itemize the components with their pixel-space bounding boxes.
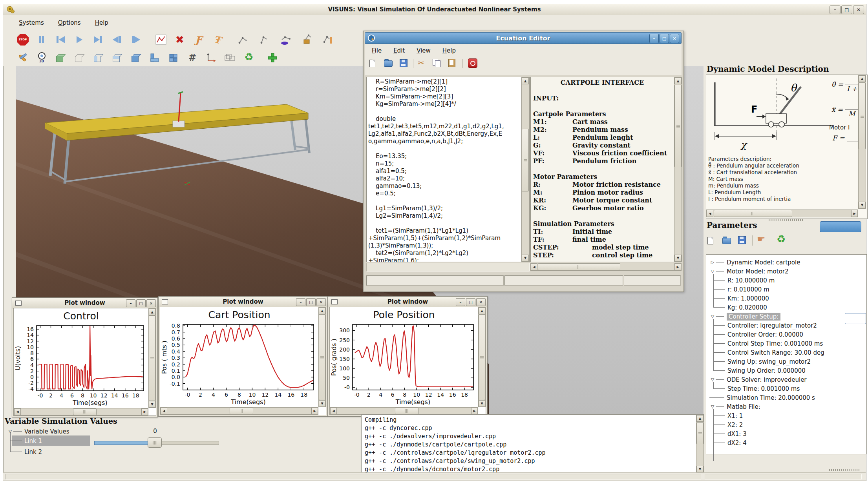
params-open-button[interactable]	[722, 236, 731, 244]
tree-item-variable-values[interactable]: ▽Variable Values	[7, 427, 69, 436]
function-t-button[interactable]: Ŧ	[210, 32, 225, 47]
tree-item[interactable]: dX2: 4	[713, 438, 747, 447]
maximize-button[interactable]: □	[466, 298, 475, 306]
add-icon[interactable]	[265, 51, 280, 64]
scrollbar-thumb[interactable]	[230, 408, 253, 414]
quit-editor-button[interactable]	[468, 58, 477, 68]
wire-assembly-icon[interactable]	[223, 51, 237, 64]
tree-item[interactable]: dX1: 3	[713, 429, 747, 438]
close-button[interactable]: ✕	[146, 299, 156, 307]
scroll-down-button[interactable]: ▼	[319, 400, 325, 407]
l-blocks-icon[interactable]	[148, 51, 162, 64]
minimize-button[interactable]: –	[126, 299, 135, 307]
scroll-down-button[interactable]: ▼	[674, 255, 682, 261]
scrollbar-thumb[interactable]	[395, 408, 418, 414]
tree-item-simulation-time[interactable]: Simulation Time: 20.000000 s	[709, 393, 815, 402]
window-menu-icon[interactable]	[331, 299, 338, 304]
close-button[interactable]: ✕	[476, 298, 486, 306]
tree-item-dynamic-model[interactable]: ▷Dynamic Model: cartpole	[709, 258, 800, 267]
menu-options[interactable]: Options	[58, 19, 81, 26]
scrollbar-thumb[interactable]	[696, 422, 704, 444]
scroll-right-button[interactable]: ▶	[851, 210, 858, 217]
scroll-down-button[interactable]: ▼	[479, 400, 485, 407]
function-f-button[interactable]: Ƒ	[192, 33, 206, 46]
pendulum-model-5-button[interactable]	[321, 33, 335, 46]
menu-help[interactable]: Help	[95, 19, 108, 26]
tree-item-ode-solver[interactable]: ▽ODE Solver: improvedeuler	[709, 375, 807, 384]
open-box-icon-2[interactable]	[110, 51, 124, 64]
tree-item[interactable]: X1: 1	[713, 411, 743, 420]
wire-box-icon[interactable]	[72, 51, 86, 64]
scroll-up-button[interactable]: ▲	[479, 308, 485, 314]
close-button[interactable]: ✕	[853, 5, 864, 14]
doc-horizontal-scrollbar[interactable]: ◀ ▶	[530, 263, 682, 271]
slider-handle[interactable]	[148, 437, 162, 448]
model-description-content[interactable]: θ F χ θ̈ = I + ẍ = M Motor I F = Paramet…	[706, 75, 858, 209]
scrollbar-thumb[interactable]	[522, 129, 529, 191]
open-box-icon-1[interactable]	[91, 51, 105, 64]
model-horizontal-scrollbar[interactable]: ◀ ▶	[706, 210, 858, 217]
scroll-up-button[interactable]: ▲	[149, 309, 155, 315]
scroll-right-button[interactable]: ▶	[674, 263, 681, 270]
editor-maximize-button[interactable]: □	[660, 34, 669, 43]
paste-button[interactable]	[448, 59, 455, 67]
scrollbar-thumb[interactable]	[319, 314, 325, 400]
tree-value-input[interactable]	[845, 313, 866, 324]
params-hand-button[interactable]: ☛	[757, 234, 766, 245]
tree-item[interactable]: R: 10.000000 m	[713, 276, 775, 285]
tree-item[interactable]: Control Step Time: 0.001000 ms	[713, 339, 823, 348]
tools-icon[interactable]	[16, 51, 30, 64]
open-file-button[interactable]	[384, 59, 393, 67]
editor-menu-file[interactable]: File	[372, 47, 382, 54]
scroll-down-button[interactable]: ▼	[696, 466, 704, 472]
tree-item[interactable]: Control Switch Range: 30.00 deg	[713, 348, 824, 357]
pendulum-model-2-button[interactable]	[258, 33, 272, 46]
scroll-left-button[interactable]: ◀	[14, 408, 21, 415]
refresh-gears-icon[interactable]: ♻	[242, 50, 256, 64]
pause-button[interactable]	[35, 33, 49, 46]
pendulum-model-1-button[interactable]	[236, 33, 250, 46]
plot-horizontal-scrollbar[interactable]: ◀ ▶	[330, 407, 478, 415]
plot-vertical-scrollbar[interactable]: ▲ ▼	[478, 307, 486, 407]
scroll-up-button[interactable]: ▲	[859, 75, 866, 82]
tree-item[interactable]: Swing Up Order: 0.000000	[713, 366, 806, 375]
maximize-button[interactable]: □	[841, 5, 852, 14]
scrollbar-thumb[interactable]	[714, 210, 792, 217]
grid-icon[interactable]: #	[185, 51, 199, 64]
console-vertical-scrollbar[interactable]: ▲ ▼	[696, 415, 704, 473]
solid-box-icon[interactable]	[53, 51, 68, 64]
code-horizontal-scrollbar[interactable]	[366, 263, 530, 271]
window-menu-icon[interactable]	[162, 299, 168, 304]
cut-button[interactable]: ✂	[418, 58, 424, 67]
close-button[interactable]: ✕	[316, 298, 326, 306]
scroll-right-button[interactable]: ▶	[311, 408, 318, 414]
new-file-button[interactable]	[369, 60, 375, 67]
tree-item[interactable]: Controller Order: 0.00000	[713, 330, 803, 339]
plot-vertical-scrollbar[interactable]: ▲ ▼	[318, 307, 326, 407]
window-menu-icon[interactable]	[15, 301, 22, 306]
code-editor-pane[interactable]: R=SimParam->me[2][1] r=SimParam->me[2][2…	[366, 77, 530, 262]
step-forward-button[interactable]	[129, 33, 143, 46]
scroll-down-button[interactable]: ▼	[522, 255, 529, 261]
tree-item[interactable]: Kg: 0.020000	[713, 303, 767, 312]
editor-menu-help[interactable]: Help	[442, 47, 456, 54]
minimize-button[interactable]: –	[296, 298, 305, 306]
tree-item[interactable]: Controller: lqregulator_motor2	[713, 321, 817, 330]
stop-button[interactable]: STOP	[16, 33, 30, 46]
scroll-left-button[interactable]: ◀	[707, 210, 713, 217]
model-vertical-scrollbar[interactable]: ▲ ▼	[858, 75, 866, 209]
params-save-button[interactable]	[738, 236, 746, 244]
equation-editor-titlebar[interactable]: Ecuation Editor	[365, 32, 682, 44]
editor-menu-edit[interactable]: Edit	[393, 47, 405, 54]
scrollbar-thumb[interactable]	[479, 314, 485, 400]
plot-horizontal-scrollbar[interactable]: ◀ ▶	[160, 407, 318, 415]
parameters-tree[interactable]: ▷Dynamic Model: cartpole ▽Motor Model: m…	[706, 254, 867, 454]
scroll-up-button[interactable]: ▲	[696, 415, 704, 422]
scrollbar-thumb[interactable]	[73, 408, 97, 415]
main-titlebar[interactable]: VISUNS: Visual Simulation Of Underactuat…	[3, 4, 866, 15]
editor-menu-view[interactable]: View	[417, 47, 431, 54]
tree-item[interactable]: r: 0.010000 m	[713, 285, 769, 294]
copy-button[interactable]	[433, 59, 440, 67]
code-text[interactable]: R=SimParam->me[2][1] r=SimParam->me[2][2…	[367, 77, 522, 262]
scrollbar-thumb[interactable]	[859, 82, 866, 149]
